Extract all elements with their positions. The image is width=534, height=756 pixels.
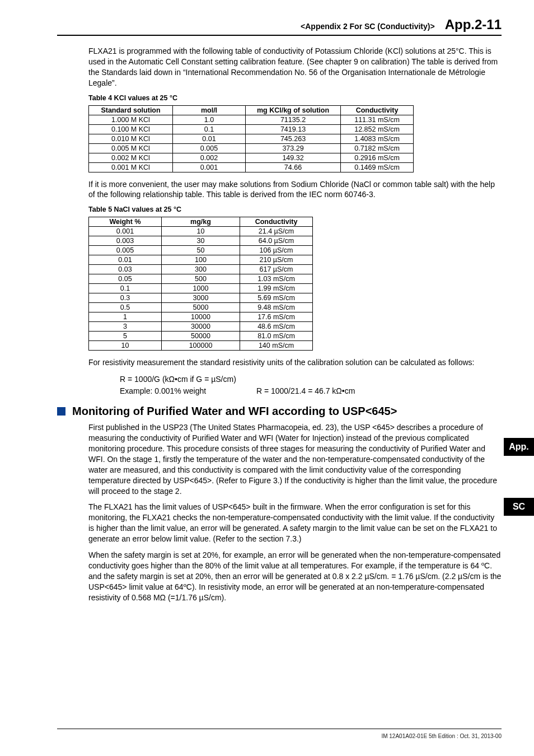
table-cell: 0.001 M KCl	[89, 162, 173, 172]
table-cell: 1.0	[173, 115, 246, 124]
table-row: 33000048.6 mS/cm	[89, 322, 313, 332]
table-cell: 81.0 mS/cm	[240, 332, 313, 341]
side-tab-app: App.	[504, 438, 534, 456]
table-cell: 48.6 mS/cm	[240, 322, 313, 332]
table-row: 0.0033064.0 µS/cm	[89, 236, 313, 246]
table-cell: 0.7182 mS/cm	[341, 143, 414, 153]
table-cell: 3	[89, 322, 162, 332]
table4-header: mg KCl/kg of solution	[246, 105, 341, 115]
table-cell: 300	[162, 265, 240, 274]
table-cell: 0.01	[89, 255, 162, 265]
table-cell: 1.4083 mS/cm	[341, 134, 414, 143]
table-cell: 50000	[162, 332, 240, 341]
table5-header: Conductivity	[240, 217, 313, 227]
table4-header: Conductivity	[341, 105, 414, 115]
table-cell: 0.100 M KCl	[89, 124, 173, 134]
table-cell: 50	[162, 246, 240, 255]
table-row: 0.03300617 µS/cm	[89, 265, 313, 274]
table-cell: 7419.13	[246, 124, 341, 134]
table-cell: 745.263	[246, 134, 341, 143]
table-cell: 373.29	[246, 143, 341, 153]
table-cell: 0.05	[89, 274, 162, 284]
table4-header: mol/l	[173, 105, 246, 115]
section-heading-text: Monitoring of Purified Water and WFI acc…	[72, 405, 397, 418]
table-cell: 0.005 M KCl	[89, 143, 173, 153]
footer-text: IM 12A01A02-01E 5th Edition : Oct. 31, 2…	[381, 733, 502, 739]
table-cell: 140 mS/cm	[240, 341, 313, 351]
table-row: 0.100 M KCl0.17419.1312.852 mS/cm	[89, 124, 414, 134]
formula-block: R = 1000/G (kΩ•cm if G = µS/cm) Example:…	[120, 374, 502, 397]
table-cell: 149.32	[246, 153, 341, 162]
table-row: 10100000140 mS/cm	[89, 341, 313, 351]
table5-caption: Table 5 NaCl values at 25 °C	[88, 206, 502, 213]
table-row: 0.330005.69 mS/cm	[89, 293, 313, 303]
table-cell: 1000	[162, 284, 240, 293]
table-cell: 100	[162, 255, 240, 265]
table-cell: 1.03 mS/cm	[240, 274, 313, 284]
table-cell: 0.003	[89, 236, 162, 246]
table-cell: 0.5	[89, 303, 162, 312]
formula-line-2: Example: 0.001% weight R = 1000/21.4 = 4…	[120, 385, 502, 397]
intro-paragraph-1: FLXA21 is programmed with the following …	[88, 46, 502, 88]
table-cell: 9.48 mS/cm	[240, 303, 313, 312]
formula-line-1: R = 1000/G (kΩ•cm if G = µS/cm)	[120, 374, 502, 385]
page-header: <Appendix 2 For SC (Conductivity)> App.2…	[57, 17, 502, 36]
table-cell: 10	[89, 341, 162, 351]
table-cell: 5	[89, 332, 162, 341]
table5-header: Weight %	[89, 217, 162, 227]
table-cell: 5.69 mS/cm	[240, 293, 313, 303]
resistivity-note: For resistivity measurement the standard…	[88, 357, 502, 368]
table-nacl-values: Weight %mg/kgConductivity 0.0011021.4 µS…	[88, 217, 313, 351]
table-cell: 21.4 µS/cm	[240, 227, 313, 236]
table-cell: 0.1469 mS/cm	[341, 162, 414, 172]
table-row: 11000017.6 mS/cm	[89, 312, 313, 322]
usp-paragraph-3: When the safety margin is set at 20%, fo…	[88, 550, 502, 603]
table-cell: 0.005	[89, 246, 162, 255]
formula-example-label: Example: 0.001% weight	[120, 385, 254, 397]
table-cell: 617 µS/cm	[240, 265, 313, 274]
side-tab-sc: SC	[504, 498, 534, 516]
table4-caption: Table 4 KCl values at 25 °C	[88, 94, 502, 102]
table-cell: 111.31 mS/cm	[341, 115, 414, 124]
header-page-number: App.2-11	[445, 17, 502, 32]
table-row: 0.0011021.4 µS/cm	[89, 227, 313, 236]
footer-rule	[57, 729, 502, 729]
table-row: 0.010 M KCl0.01745.2631.4083 mS/cm	[89, 134, 414, 143]
section-heading-usp645: Monitoring of Purified Water and WFI acc…	[57, 405, 502, 418]
table-cell: 0.1	[173, 124, 246, 134]
table-row: 0.00550106 µS/cm	[89, 246, 313, 255]
table-cell: 0.2916 mS/cm	[341, 153, 414, 162]
table-cell: 210 µS/cm	[240, 255, 313, 265]
table-cell: 0.01	[173, 134, 246, 143]
table-cell: 0.002	[173, 153, 246, 162]
header-section-title: <Appendix 2 For SC (Conductivity)>	[301, 22, 435, 31]
table5-header: mg/kg	[162, 217, 240, 227]
table-cell: 30	[162, 236, 240, 246]
table-cell: 1	[89, 312, 162, 322]
formula-example-value: R = 1000/21.4 = 46.7 kΩ•cm	[256, 386, 355, 395]
table-row: 0.055001.03 mS/cm	[89, 274, 313, 284]
table-row: 0.005 M KCl0.005373.290.7182 mS/cm	[89, 143, 414, 153]
table-cell: 1.99 mS/cm	[240, 284, 313, 293]
table-row: 0.550009.48 mS/cm	[89, 303, 313, 312]
table-row: 0.01100210 µS/cm	[89, 255, 313, 265]
table-cell: 64.0 µS/cm	[240, 236, 313, 246]
table-row: 0.001 M KCl0.00174.660.1469 mS/cm	[89, 162, 414, 172]
table-cell: 17.6 mS/cm	[240, 312, 313, 322]
table-cell: 0.1	[89, 284, 162, 293]
table-cell: 30000	[162, 322, 240, 332]
table-cell: 106 µS/cm	[240, 246, 313, 255]
table-cell: 74.66	[246, 162, 341, 172]
table-cell: 10000	[162, 312, 240, 322]
table-row: 55000081.0 mS/cm	[89, 332, 313, 341]
table-cell: 71135.2	[246, 115, 341, 124]
table-row: 0.110001.99 mS/cm	[89, 284, 313, 293]
table-cell: 0.001	[173, 162, 246, 172]
table-cell: 1.000 M KCl	[89, 115, 173, 124]
usp-paragraph-2: The FLXA21 has the limit values of USP<6…	[88, 502, 502, 544]
square-bullet-icon	[57, 407, 65, 416]
table-cell: 12.852 mS/cm	[341, 124, 414, 134]
table-kcl-values: Standard solutionmol/lmg KCl/kg of solut…	[88, 105, 414, 172]
table-cell: 10	[162, 227, 240, 236]
table-cell: 0.002 M KCl	[89, 153, 173, 162]
